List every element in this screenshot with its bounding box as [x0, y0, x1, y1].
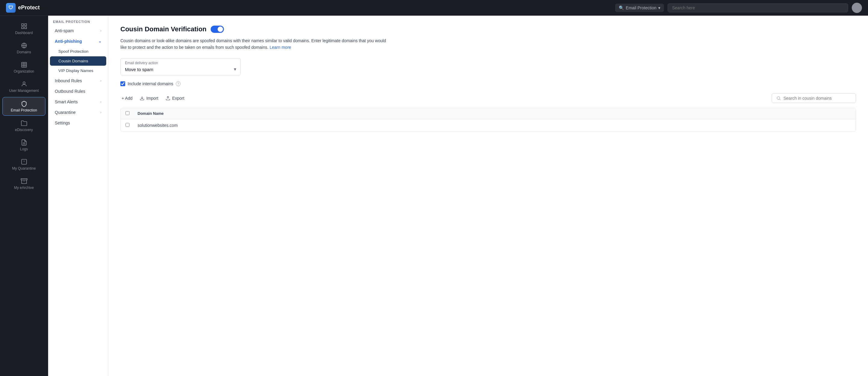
delivery-select-wrapper: Move to spam Quarantine Block Allow — [121, 66, 241, 75]
quarantine-label: Quarantine — [55, 110, 75, 115]
table-header-row: Domain Name — [121, 108, 856, 119]
sidebar-item-my-quarantine[interactable]: My Quarantine — [2, 155, 45, 174]
select-all-checkbox[interactable] — [125, 111, 129, 115]
sidebar-label-organization: Organization — [13, 69, 34, 74]
shield-icon — [21, 100, 27, 107]
anti-phishing-label: Anti-phishing — [55, 39, 82, 44]
page-description: Cousin domains or look-alike domains are… — [120, 37, 391, 51]
outbound-rules-label: Outbound Rules — [55, 89, 85, 94]
svg-rect-1 — [24, 24, 26, 26]
toolbar-left: + Add Import Export — [120, 94, 185, 103]
sub-sidebar-child-cousin-domains[interactable]: Cousin Domains — [50, 56, 106, 66]
chevron-right-icon-4: › — [100, 110, 101, 115]
row-select-checkbox[interactable] — [125, 123, 129, 127]
search-context-label: Email Protection — [626, 5, 656, 10]
sidebar-label-email-protection: Email Protection — [11, 108, 37, 112]
include-internal-checkbox[interactable] — [120, 81, 125, 86]
import-button[interactable]: Import — [138, 94, 159, 103]
global-search-input[interactable] — [672, 5, 844, 10]
smart-alerts-label: Smart Alerts — [55, 99, 78, 104]
sub-sidebar-item-quarantine[interactable]: Quarantine › — [50, 107, 106, 117]
user-avatar[interactable] — [852, 3, 862, 13]
sidebar-item-logs[interactable]: Logs — [2, 136, 45, 154]
sub-sidebar-child-vip-display-names[interactable]: VIP Display Names — [50, 66, 106, 75]
sidebar-label-user-management: User Management — [9, 89, 39, 93]
sidebar-label-my-earchive: My eArchive — [14, 185, 34, 190]
enable-toggle[interactable] — [211, 26, 224, 33]
header-right: 🔍 Email Protection ▾ — [66, 3, 862, 13]
page-header: Cousin Domain Verification — [120, 25, 856, 33]
search-context-button[interactable]: 🔍 Email Protection ▾ — [615, 4, 664, 12]
svg-point-6 — [23, 82, 25, 84]
svg-rect-10 — [21, 179, 27, 180]
chevron-right-icon-2: › — [100, 79, 101, 83]
sub-sidebar-item-outbound-rules[interactable]: Outbound Rules — [50, 86, 106, 96]
sidebar-item-my-earchive[interactable]: My eArchive — [2, 175, 45, 193]
export-label: Export — [172, 96, 184, 100]
main-layout: Dashboard Domains Organization User Mana… — [0, 16, 868, 376]
building-icon — [21, 61, 27, 68]
globe-icon — [21, 42, 27, 49]
folder-icon — [21, 120, 27, 126]
search-cousin-domains[interactable] — [772, 93, 856, 103]
import-label: Import — [146, 96, 158, 100]
sub-sidebar-item-inbound-rules[interactable]: Inbound Rules › — [50, 76, 106, 86]
table-row: solutionwebsites.com — [121, 119, 856, 132]
main-content: Cousin Domain Verification Cousin domain… — [108, 16, 868, 376]
log-icon — [21, 139, 27, 146]
svg-point-14 — [777, 96, 780, 99]
page-title: Cousin Domain Verification — [120, 25, 207, 33]
add-label: + Add — [122, 96, 132, 100]
delivery-action-label: Email delivery action — [121, 58, 241, 66]
sidebar-label-my-quarantine: My Quarantine — [12, 166, 36, 171]
svg-rect-5 — [21, 62, 27, 67]
delivery-action-container: Email delivery action Move to spam Quara… — [120, 58, 241, 75]
sub-sidebar-item-settings[interactable]: Settings — [50, 118, 106, 128]
toolbar: + Add Import Export — [120, 93, 856, 103]
help-icon[interactable]: ? — [176, 81, 181, 86]
domain-table-container: Domain Name solutionwebsites.com — [120, 108, 856, 132]
domain-name-cell: solutionwebsites.com — [137, 123, 851, 128]
sub-sidebar-item-smart-alerts[interactable]: Smart Alerts › — [50, 97, 106, 107]
archive-icon — [21, 178, 27, 184]
logo-area[interactable]: 🛡 eProtect — [6, 3, 66, 13]
domain-table: Domain Name solutionwebsites.com — [120, 108, 856, 132]
left-sidebar: Dashboard Domains Organization User Mana… — [0, 16, 48, 376]
grid-icon — [21, 23, 27, 30]
description-text: Cousin domains or look-alike domains are… — [120, 38, 386, 50]
search-cousin-input[interactable] — [783, 96, 851, 100]
sidebar-item-ediscovery[interactable]: eDiscovery — [2, 117, 45, 135]
sub-sidebar-section-label: EMAIL PROTECTION — [48, 16, 108, 25]
chevron-right-icon: › — [100, 29, 101, 33]
sidebar-item-user-management[interactable]: User Management — [2, 78, 45, 96]
sidebar-label-domains: Domains — [17, 50, 31, 54]
chevron-right-icon-3: › — [100, 100, 101, 104]
sidebar-item-dashboard[interactable]: Dashboard — [2, 20, 45, 38]
include-internal-row: Include internal domains ? — [120, 81, 856, 86]
chevron-down-icon: ▾ — [658, 5, 660, 10]
toggle-slider — [211, 26, 224, 33]
domain-name-header: Domain Name — [137, 111, 851, 116]
sub-sidebar-item-anti-phishing[interactable]: Anti-phishing ⌄ — [50, 36, 106, 47]
sidebar-item-organization[interactable]: Organization — [2, 58, 45, 77]
sidebar-label-ediscovery: eDiscovery — [15, 128, 33, 132]
settings-label: Settings — [55, 120, 70, 125]
add-button[interactable]: + Add — [120, 94, 134, 103]
export-button[interactable]: Export — [164, 94, 185, 103]
learn-more-link[interactable]: Learn more — [270, 45, 291, 50]
spoof-protection-label: Spoof Protection — [58, 49, 89, 54]
row-checkbox-cell — [125, 123, 137, 128]
sidebar-item-domains[interactable]: Domains — [2, 39, 45, 57]
app-name: eProtect — [18, 4, 40, 11]
include-internal-label: Include internal domains — [128, 81, 173, 86]
sub-sidebar-child-spoof-protection[interactable]: Spoof Protection — [50, 47, 106, 56]
import-icon — [140, 96, 145, 100]
sub-sidebar-item-anti-spam[interactable]: Anti-spam › — [50, 26, 106, 36]
sidebar-item-email-protection[interactable]: Email Protection — [2, 97, 45, 116]
inbound-rules-label: Inbound Rules — [55, 78, 82, 83]
svg-rect-0 — [21, 24, 23, 26]
delivery-action-select[interactable]: Move to spam Quarantine Block Allow — [121, 66, 241, 75]
search-cousin-icon — [776, 96, 781, 100]
search-icon: 🔍 — [619, 5, 624, 10]
global-search-bar[interactable] — [668, 3, 848, 12]
